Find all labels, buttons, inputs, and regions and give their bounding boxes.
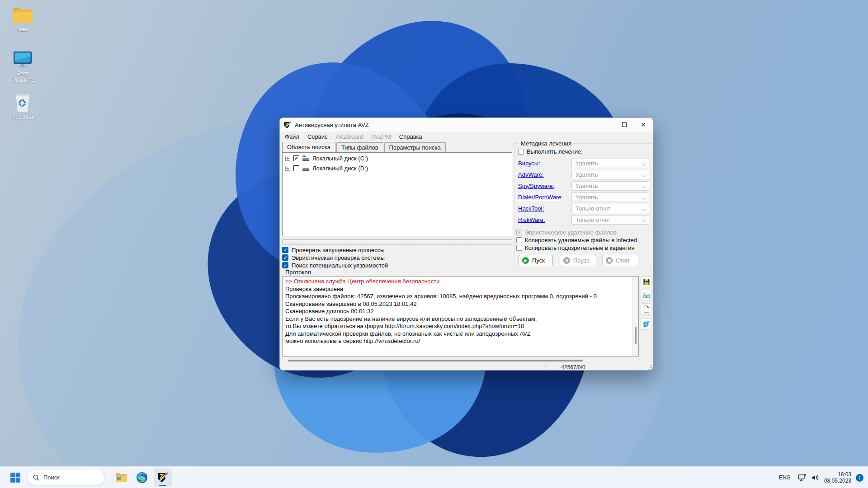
scrollbar-thumb[interactable] <box>288 360 583 361</box>
taskbar-search[interactable]: Поиск <box>27 470 105 485</box>
status-bar: 42567/0/0 <box>280 363 653 371</box>
scan-progress-bar <box>282 239 512 244</box>
save-log-button[interactable] <box>641 276 652 287</box>
avz-window: Z Антивирусная утилита AVZ ✕ Файл Сервис… <box>279 117 653 371</box>
desktop-icon-this-pc[interactable]: Этот компьютер <box>3 51 42 83</box>
log-line: Сканирование завершено в 08.05.2023 18:0… <box>285 300 629 308</box>
protocol-group-label: Протокол <box>285 269 311 276</box>
close-button[interactable]: ✕ <box>634 118 653 131</box>
checked-checkbox[interactable]: ✓ <box>282 247 288 253</box>
title-bar[interactable]: Z Антивирусная утилита AVZ ✕ <box>280 118 653 131</box>
checked-checkbox[interactable]: ✓ <box>282 254 288 261</box>
globe-icon <box>642 320 651 328</box>
drive-c-checkbox[interactable]: ✓ <box>293 155 299 161</box>
language-indicator[interactable]: ENG <box>776 473 793 483</box>
log-horizontal-scrollbar[interactable] <box>282 358 639 362</box>
expand-plus-icon[interactable]: + <box>285 156 290 161</box>
category-link[interactable]: Dialer/PornWare: <box>518 194 563 201</box>
heuristic-delete-checkbox: ✓ <box>516 230 522 235</box>
start-button[interactable]: Пуск <box>519 255 553 266</box>
tray-date: 08.05.2023 <box>824 478 851 484</box>
chevron-down-icon <box>642 173 646 177</box>
treatment-option-label: Эвристическое удаление файлов <box>525 229 617 236</box>
category-link[interactable]: AdvWare: <box>518 171 544 178</box>
tab-search-area[interactable]: Область поиска <box>282 142 335 153</box>
menu-service[interactable]: Сервис <box>303 132 332 141</box>
checked-checkbox[interactable]: ✓ <box>282 262 288 268</box>
treatment-option-row: ✓ Эвристическое удаление файлов <box>516 229 651 236</box>
treatment-option-label: Копировать подозрительные в карантин <box>525 244 635 251</box>
recycle-bin-icon <box>14 93 31 112</box>
drive-label[interactable]: Локальный диск (C:) <box>312 155 368 162</box>
desktop-icon-label: Корзина <box>3 114 42 120</box>
edge-icon <box>136 472 148 483</box>
action-dropdown: Удалять <box>571 192 649 202</box>
scan-options: ✓ Проверять запущенные процессы ✓ Эврист… <box>282 246 512 269</box>
log-vertical-scrollbar[interactable] <box>632 277 638 356</box>
action-dropdown: Только отчет <box>571 215 649 225</box>
chevron-down-icon <box>642 184 646 188</box>
web-service-button[interactable] <box>641 319 652 330</box>
drive-label[interactable]: Локальный диск (D:) <box>312 165 368 172</box>
copy-quarantine-checkbox[interactable] <box>516 245 522 251</box>
menu-avzpm: AVZPM <box>367 132 395 141</box>
maximize-button[interactable] <box>615 118 634 131</box>
scrollbar-thumb[interactable] <box>635 327 637 344</box>
notification-badge[interactable]: 1 <box>856 474 863 482</box>
scan-option-row[interactable]: ✓ Поиск потенциальных уязвимостей <box>282 262 512 269</box>
category-link[interactable]: RiskWare: <box>518 216 545 223</box>
category-link[interactable]: HackTool: <box>518 205 544 212</box>
scan-option-row[interactable]: ✓ Эвристическая проверка системы <box>282 254 512 261</box>
drive-d-checkbox[interactable] <box>293 165 299 171</box>
tab-file-types[interactable]: Типы файлов <box>336 142 383 152</box>
taskbar-clock[interactable]: 18:03 08.05.2023 <box>824 471 851 484</box>
tree-row-drive-c[interactable]: + ✓ Локальный диск (C:) <box>285 154 512 163</box>
menu-help[interactable]: Справка <box>395 132 426 141</box>
protocol-log[interactable]: >> Отключена служба Центр обеспечения бе… <box>282 276 639 357</box>
category-link[interactable]: Вирусы: <box>518 160 540 167</box>
chevron-down-icon <box>642 207 646 211</box>
tab-search-params[interactable]: Параметры поиска <box>384 142 446 152</box>
start-button-taskbar[interactable] <box>6 469 24 487</box>
scan-option-row[interactable]: ✓ Проверять запущенные процессы <box>282 246 512 253</box>
treatment-option-row[interactable]: Копировать удаляемые файлы в Infected <box>516 236 651 244</box>
tree-row-drive-d[interactable]: + Локальный диск (D:) <box>285 164 512 173</box>
glasses-icon <box>642 292 651 299</box>
menu-file[interactable]: Файл <box>281 132 303 141</box>
log-line-alert: >> Отключена служба Центр обеспечения бе… <box>285 278 629 286</box>
log-line: Для автоматической проверки файлов, не о… <box>285 330 629 338</box>
file-explorer-button[interactable] <box>112 469 130 487</box>
desktop-icon-new-folder[interactable]: New <box>3 6 42 33</box>
log-line: то Вы можете обратиться на форум http://… <box>285 323 629 330</box>
windows-start-icon <box>10 473 20 483</box>
minimize-button[interactable] <box>596 118 615 131</box>
treatment-option-label: Копировать удаляемые файлы в Infected <box>525 237 637 244</box>
avz-taskbar-button[interactable]: Z <box>154 469 172 487</box>
avz-shield-icon: Z <box>157 472 169 483</box>
perform-treatment-checkbox[interactable] <box>518 149 524 155</box>
pause-icon <box>563 257 570 264</box>
treatment-group: Методика лечения Выполнять лечение: Виру… <box>514 143 652 265</box>
network-icon[interactable] <box>798 474 807 481</box>
desktop-icon-recycle-bin[interactable]: Корзина <box>3 93 42 120</box>
close-icon: ✕ <box>641 121 646 128</box>
treatment-option-row[interactable]: Копировать подозрительные в карантин <box>516 244 651 251</box>
log-line: можно использовать сервис http://virusde… <box>285 338 629 345</box>
treatment-row-spyware: Spy/Spyware: Удалять <box>518 181 649 191</box>
desktop: New Этот компьютер Корзина Z <box>0 0 868 488</box>
document-icon <box>643 305 650 313</box>
volume-icon[interactable] <box>811 474 820 481</box>
treatment-options: ✓ Эвристическое удаление файлов Копирова… <box>516 229 651 252</box>
edge-button[interactable] <box>133 469 151 487</box>
clear-log-button[interactable] <box>641 303 652 314</box>
view-log-button[interactable] <box>641 290 652 301</box>
resize-grip[interactable] <box>647 365 653 370</box>
category-link[interactable]: Spy/Spyware: <box>518 183 554 189</box>
desktop-icon-label: Этот компьютер <box>3 70 42 83</box>
treatment-row-advware: AdvWare: Удалять <box>518 169 649 179</box>
copy-infected-checkbox[interactable] <box>516 237 522 243</box>
perform-treatment-row[interactable]: Выполнять лечение: <box>518 148 583 155</box>
play-icon <box>522 257 529 264</box>
disk-icon <box>302 165 310 172</box>
expand-plus-icon[interactable]: + <box>285 166 290 171</box>
